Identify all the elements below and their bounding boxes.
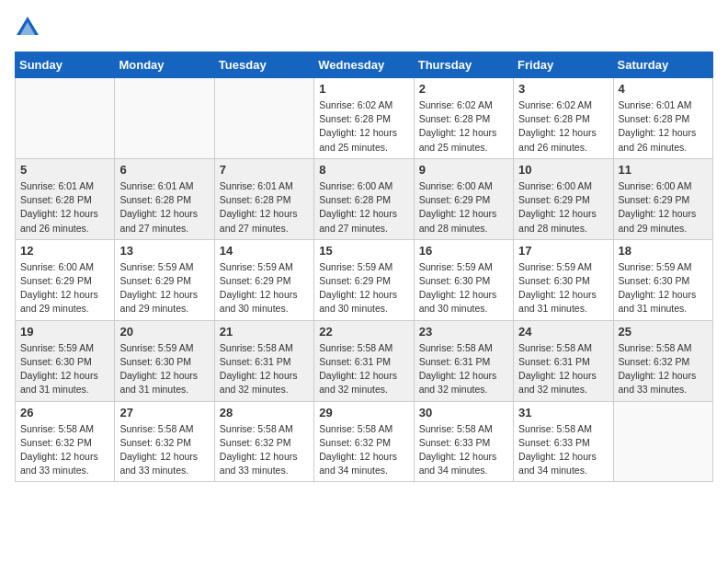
day-info: Sunrise: 5:58 AM Sunset: 6:31 PM Dayligh…	[220, 341, 309, 397]
day-info: Sunrise: 6:00 AM Sunset: 6:29 PM Dayligh…	[518, 179, 608, 236]
day-info: Sunrise: 5:58 AM Sunset: 6:32 PM Dayligh…	[20, 422, 109, 478]
day-number: 12	[20, 244, 109, 258]
calendar-cell: 23Sunrise: 5:58 AM Sunset: 6:31 PM Dayli…	[414, 320, 513, 401]
day-number: 30	[419, 406, 508, 419]
calendar-cell: 8Sunrise: 6:00 AM Sunset: 6:28 PM Daylig…	[314, 158, 414, 239]
day-info: Sunrise: 5:58 AM Sunset: 6:31 PM Dayligh…	[518, 341, 608, 397]
day-number: 10	[518, 163, 608, 177]
day-info: Sunrise: 6:01 AM Sunset: 6:28 PM Dayligh…	[20, 179, 109, 236]
day-number: 18	[619, 244, 708, 258]
calendar-cell: 26Sunrise: 5:58 AM Sunset: 6:32 PM Dayli…	[16, 401, 115, 482]
day-number: 4	[619, 82, 708, 96]
calendar-cell: 31Sunrise: 5:58 AM Sunset: 6:33 PM Dayli…	[514, 401, 613, 482]
day-number: 3	[518, 82, 608, 96]
day-info: Sunrise: 5:58 AM Sunset: 6:31 PM Dayligh…	[319, 341, 408, 397]
day-info: Sunrise: 5:58 AM Sunset: 6:32 PM Dayligh…	[319, 422, 408, 478]
calendar-cell: 24Sunrise: 5:58 AM Sunset: 6:31 PM Dayli…	[514, 320, 613, 401]
day-number: 20	[119, 325, 209, 339]
day-number: 7	[220, 163, 309, 177]
calendar-week-2: 5Sunrise: 6:01 AM Sunset: 6:28 PM Daylig…	[16, 158, 713, 239]
day-info: Sunrise: 5:58 AM Sunset: 6:33 PM Dayligh…	[419, 422, 508, 478]
calendar-cell: 12Sunrise: 6:00 AM Sunset: 6:29 PM Dayli…	[16, 239, 115, 320]
weekday-header-friday: Friday	[514, 52, 613, 78]
calendar-cell: 18Sunrise: 5:59 AM Sunset: 6:30 PM Dayli…	[613, 239, 712, 320]
day-number: 11	[619, 163, 708, 177]
day-info: Sunrise: 5:59 AM Sunset: 6:30 PM Dayligh…	[20, 341, 109, 397]
day-number: 28	[220, 406, 309, 419]
day-info: Sunrise: 5:59 AM Sunset: 6:29 PM Dayligh…	[319, 260, 408, 316]
day-info: Sunrise: 5:59 AM Sunset: 6:29 PM Dayligh…	[119, 260, 209, 316]
calendar-cell: 1Sunrise: 6:02 AM Sunset: 6:28 PM Daylig…	[314, 78, 414, 159]
day-number: 9	[419, 163, 508, 177]
day-number: 2	[419, 82, 508, 96]
calendar-cell: 22Sunrise: 5:58 AM Sunset: 6:31 PM Dayli…	[314, 320, 414, 401]
calendar-cell: 28Sunrise: 5:58 AM Sunset: 6:32 PM Dayli…	[214, 401, 313, 482]
day-number: 17	[518, 244, 608, 258]
weekday-header-row: SundayMondayTuesdayWednesdayThursdayFrid…	[16, 52, 713, 78]
day-number: 24	[518, 325, 608, 339]
day-info: Sunrise: 5:59 AM Sunset: 6:30 PM Dayligh…	[419, 260, 508, 316]
calendar-cell: 11Sunrise: 6:00 AM Sunset: 6:29 PM Dayli…	[613, 158, 712, 239]
calendar-cell: 5Sunrise: 6:01 AM Sunset: 6:28 PM Daylig…	[16, 158, 115, 239]
weekday-header-sunday: Sunday	[16, 52, 115, 78]
calendar: SundayMondayTuesdayWednesdayThursdayFrid…	[15, 52, 713, 482]
calendar-cell: 9Sunrise: 6:00 AM Sunset: 6:29 PM Daylig…	[414, 158, 513, 239]
day-number: 6	[119, 163, 209, 177]
day-number: 23	[419, 325, 508, 339]
day-number: 27	[119, 406, 209, 419]
day-number: 22	[319, 325, 408, 339]
day-info: Sunrise: 5:58 AM Sunset: 6:32 PM Dayligh…	[619, 341, 708, 397]
calendar-cell: 15Sunrise: 5:59 AM Sunset: 6:29 PM Dayli…	[314, 239, 414, 320]
day-info: Sunrise: 5:59 AM Sunset: 6:30 PM Dayligh…	[119, 341, 209, 397]
day-number: 26	[20, 406, 109, 419]
day-info: Sunrise: 5:59 AM Sunset: 6:30 PM Dayligh…	[518, 260, 608, 316]
day-number: 29	[319, 406, 408, 419]
page-header	[15, 15, 713, 40]
calendar-week-1: 1Sunrise: 6:02 AM Sunset: 6:28 PM Daylig…	[16, 78, 713, 159]
calendar-cell: 30Sunrise: 5:58 AM Sunset: 6:33 PM Dayli…	[414, 401, 513, 482]
calendar-cell: 20Sunrise: 5:59 AM Sunset: 6:30 PM Dayli…	[115, 320, 214, 401]
day-number: 21	[220, 325, 309, 339]
day-number: 19	[20, 325, 109, 339]
day-info: Sunrise: 6:01 AM Sunset: 6:28 PM Dayligh…	[619, 98, 708, 155]
calendar-cell: 3Sunrise: 6:02 AM Sunset: 6:28 PM Daylig…	[514, 78, 613, 159]
day-info: Sunrise: 5:59 AM Sunset: 6:30 PM Dayligh…	[619, 260, 708, 316]
calendar-cell: 13Sunrise: 5:59 AM Sunset: 6:29 PM Dayli…	[115, 239, 214, 320]
calendar-cell	[214, 78, 313, 159]
day-number: 8	[319, 163, 408, 177]
day-number: 14	[220, 244, 309, 258]
calendar-cell: 10Sunrise: 6:00 AM Sunset: 6:29 PM Dayli…	[514, 158, 613, 239]
day-info: Sunrise: 5:58 AM Sunset: 6:32 PM Dayligh…	[119, 422, 209, 478]
day-info: Sunrise: 6:00 AM Sunset: 6:29 PM Dayligh…	[20, 260, 109, 316]
calendar-cell: 4Sunrise: 6:01 AM Sunset: 6:28 PM Daylig…	[613, 78, 712, 159]
day-info: Sunrise: 6:02 AM Sunset: 6:28 PM Dayligh…	[518, 98, 608, 155]
weekday-header-saturday: Saturday	[613, 52, 712, 78]
logo-icon	[15, 15, 40, 40]
calendar-cell	[16, 78, 115, 159]
day-number: 5	[20, 163, 109, 177]
day-number: 13	[119, 244, 209, 258]
day-info: Sunrise: 6:02 AM Sunset: 6:28 PM Dayligh…	[319, 98, 408, 155]
day-number: 15	[319, 244, 408, 258]
day-info: Sunrise: 5:58 AM Sunset: 6:32 PM Dayligh…	[220, 422, 309, 478]
calendar-week-3: 12Sunrise: 6:00 AM Sunset: 6:29 PM Dayli…	[16, 239, 713, 320]
day-number: 16	[419, 244, 508, 258]
calendar-week-5: 26Sunrise: 5:58 AM Sunset: 6:32 PM Dayli…	[16, 401, 713, 482]
logo	[15, 15, 42, 40]
weekday-header-thursday: Thursday	[414, 52, 513, 78]
day-info: Sunrise: 6:02 AM Sunset: 6:28 PM Dayligh…	[419, 98, 508, 155]
calendar-cell: 16Sunrise: 5:59 AM Sunset: 6:30 PM Dayli…	[414, 239, 513, 320]
day-number: 1	[319, 82, 408, 96]
weekday-header-wednesday: Wednesday	[314, 52, 414, 78]
weekday-header-monday: Monday	[115, 52, 214, 78]
calendar-cell: 27Sunrise: 5:58 AM Sunset: 6:32 PM Dayli…	[115, 401, 214, 482]
calendar-cell: 7Sunrise: 6:01 AM Sunset: 6:28 PM Daylig…	[214, 158, 313, 239]
day-info: Sunrise: 5:58 AM Sunset: 6:33 PM Dayligh…	[518, 422, 608, 478]
calendar-cell	[115, 78, 214, 159]
day-info: Sunrise: 5:59 AM Sunset: 6:29 PM Dayligh…	[220, 260, 309, 316]
calendar-cell: 6Sunrise: 6:01 AM Sunset: 6:28 PM Daylig…	[115, 158, 214, 239]
day-info: Sunrise: 6:01 AM Sunset: 6:28 PM Dayligh…	[119, 179, 209, 236]
day-info: Sunrise: 6:00 AM Sunset: 6:29 PM Dayligh…	[619, 179, 708, 236]
calendar-cell: 29Sunrise: 5:58 AM Sunset: 6:32 PM Dayli…	[314, 401, 414, 482]
day-number: 25	[619, 325, 708, 339]
